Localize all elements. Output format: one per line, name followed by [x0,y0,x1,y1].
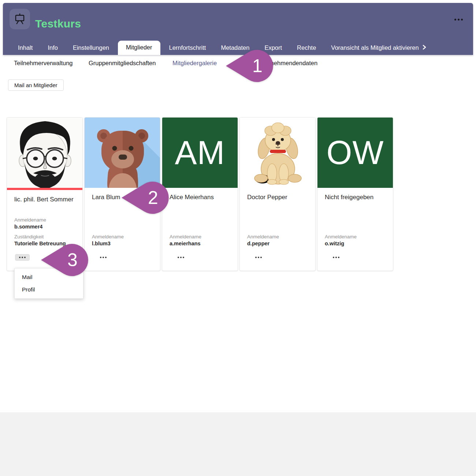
annotation-balloon-1: 1 [225,49,274,83]
subnav-mitgliedergalerie[interactable]: Mitgliedergalerie [172,60,217,67]
tab-voransicht[interactable]: Voransicht als Mitglied aktivieren [325,41,432,55]
field-label: Zuständigkeit [14,234,75,239]
member-portrait-initials: OW [317,118,393,188]
tab-voransicht-label: Voransicht als Mitglied aktivieren [331,44,419,51]
course-header: Testkurs Inhalt Info Einstellungen Mitgl… [3,3,473,55]
card-more-button[interactable] [15,254,30,261]
member-name: lic. phil. Bert Sommer [14,196,75,203]
annotation-number: 3 [56,243,89,277]
tab-inhalt[interactable]: Inhalt [12,41,39,55]
tab-lernfortschritt[interactable]: Lernfortschritt [163,41,212,55]
ellipsis-icon [178,257,184,258]
field-label: Anmeldename [170,234,230,239]
page-footer [0,412,476,476]
field-value: a.meierhans [170,241,230,246]
field-label: Anmeldename [247,234,308,239]
mail-an-mitglieder-button[interactable]: Mail an Mitglieder [8,79,64,91]
member-name: Alice Meierhans [170,194,230,201]
ellipsis-icon [333,257,339,258]
member-portrait-photo [7,118,82,188]
tab-mitglieder[interactable]: Mitglieder [118,41,160,55]
field-label: Anmeldename [325,234,386,239]
card-more-button[interactable] [255,257,262,258]
chevron-right-icon [423,44,426,51]
course-title: Testkurs [35,18,81,30]
tab-einstellungen[interactable]: Einstellungen [67,41,115,55]
card-more-button[interactable] [100,257,107,258]
header-more-button ellipsis-icon[interactable] [454,17,463,22]
card-more-button[interactable] [333,257,339,258]
member-card-doctor-pepper: Doctor Pepper Anmeldename d.pepper [239,117,316,271]
member-portrait-initials: AM [162,118,238,188]
annotation-balloon-3: 3 [40,243,89,277]
field-value: o.witzig [325,241,386,246]
ellipsis-icon [100,257,107,258]
tab-rechte[interactable]: Rechte [291,41,322,55]
subnav-teilnehmerverwaltung[interactable]: Teilnehmerverwaltung [14,60,73,67]
presentation-board-icon [10,9,30,29]
annotation-balloon-2: 2 [121,181,170,215]
subnav-gruppenmitgliedschaften[interactable]: Gruppenmitgliedschaften [89,60,156,67]
tab-info[interactable]: Info [41,41,64,55]
member-portrait-poodle-avatar [240,118,315,188]
member-name: Nicht freigegeben [325,194,386,201]
field-label: Anmeldename [92,234,153,239]
field-value: d.pepper [247,241,308,246]
field-label: Anmeldename [14,217,75,223]
member-card-alice-meierhans: AM Alice Meierhans Anmeldename a.meierha… [162,117,238,271]
member-card-nicht-freigegeben: OW Nicht freigegeben Anmeldename o.witzi… [317,117,393,271]
member-portrait-bear-avatar [85,118,160,188]
annotation-number: 1 [241,49,274,83]
ellipsis-icon [255,257,262,258]
menu-item-profil[interactable]: Profil [15,283,83,296]
field-value: b.sommer4 [14,224,75,230]
member-name: Doctor Pepper [247,194,308,201]
annotation-number: 2 [137,181,169,215]
field-value: l.blum3 [92,241,153,246]
ellipsis-icon [19,257,26,258]
card-more-button[interactable] [178,257,184,258]
